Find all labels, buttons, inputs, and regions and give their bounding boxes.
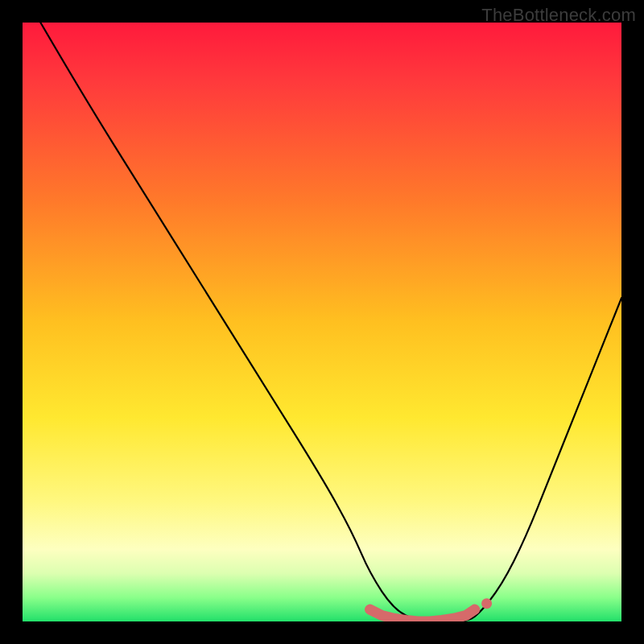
chart-plot-area: [23, 23, 621, 621]
chart-frame: TheBottleneck.com: [0, 0, 644, 644]
chart-overlay: [23, 23, 621, 621]
bottleneck-curve-line: [40, 23, 621, 621]
optimal-range-endpoint-dot: [481, 598, 492, 609]
watermark-text: TheBottleneck.com: [481, 5, 636, 26]
optimal-range-highlight: [370, 609, 475, 621]
